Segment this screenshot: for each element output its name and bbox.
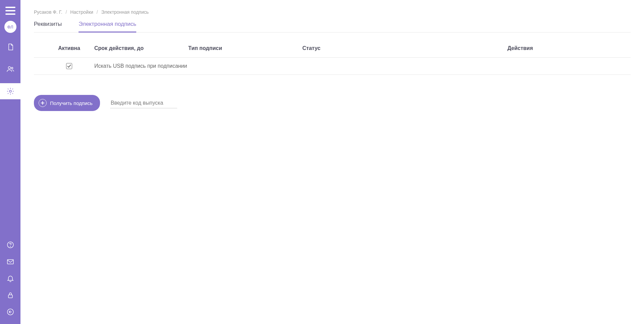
usb-search-label: Искать USB подпись при подписании: [94, 63, 187, 69]
usb-search-checkbox[interactable]: [66, 63, 72, 69]
menu-toggle[interactable]: [5, 7, 15, 15]
sidebar-item-messages[interactable]: [0, 256, 20, 267]
svg-rect-5: [7, 260, 13, 264]
col-header-status: Статус: [302, 45, 410, 51]
gear-icon: [6, 87, 14, 95]
breadcrumb-item-user[interactable]: Русаков Ф. Г.: [34, 9, 62, 15]
avatar[interactable]: ФЛ: [4, 21, 16, 33]
breadcrumb-item-current: Электронная подпись: [101, 9, 149, 15]
svg-point-0: [8, 67, 10, 69]
users-icon: [6, 65, 14, 73]
plus-icon: [39, 99, 47, 107]
svg-point-2: [9, 90, 11, 92]
tab-requisites[interactable]: Реквизиты: [34, 21, 62, 32]
col-header-type: Тип подписи: [188, 45, 302, 51]
logout-icon: [6, 308, 14, 316]
sidebar-item-settings[interactable]: [0, 83, 20, 99]
sidebar-item-notifications[interactable]: [0, 273, 20, 284]
get-signature-label: Получить подпись: [50, 100, 93, 106]
breadcrumb: Русаков Ф. Г. / Настройки / Электронная …: [34, 0, 631, 21]
document-icon: [6, 43, 14, 51]
tabs: Реквизиты Электронная подпись: [34, 21, 631, 33]
action-area: Получить подпись: [34, 95, 631, 111]
col-header-active: Активна: [34, 45, 94, 51]
breadcrumb-item-settings[interactable]: Настройки: [70, 9, 93, 15]
get-signature-button[interactable]: Получить подпись: [34, 95, 100, 111]
help-icon: [6, 241, 14, 249]
sidebar-item-lock[interactable]: [0, 290, 20, 301]
svg-rect-6: [8, 295, 12, 298]
lock-icon: [6, 291, 14, 299]
tab-esignature[interactable]: Электронная подпись: [79, 21, 136, 32]
sidebar-item-help[interactable]: [0, 239, 20, 250]
svg-point-1: [11, 67, 13, 69]
mail-icon: [6, 258, 14, 266]
signatures-table: Активна Срок действия, до Тип подписи Ст…: [34, 39, 631, 75]
release-code-input[interactable]: [110, 98, 177, 108]
check-icon: [67, 64, 71, 68]
sidebar-item-logout[interactable]: [0, 307, 20, 317]
bell-icon: [6, 274, 14, 282]
table-row: Искать USB подпись при подписании: [34, 58, 631, 75]
col-header-expiry: Срок действия, до: [94, 45, 188, 51]
sidebar: ФЛ: [0, 0, 20, 324]
svg-point-4: [10, 247, 10, 247]
col-header-actions: Действия: [410, 45, 631, 51]
main-content: Русаков Ф. Г. / Настройки / Электронная …: [20, 0, 644, 324]
sidebar-item-contacts[interactable]: [0, 61, 20, 77]
table-header: Активна Срок действия, до Тип подписи Ст…: [34, 39, 631, 58]
sidebar-item-documents[interactable]: [0, 39, 20, 55]
